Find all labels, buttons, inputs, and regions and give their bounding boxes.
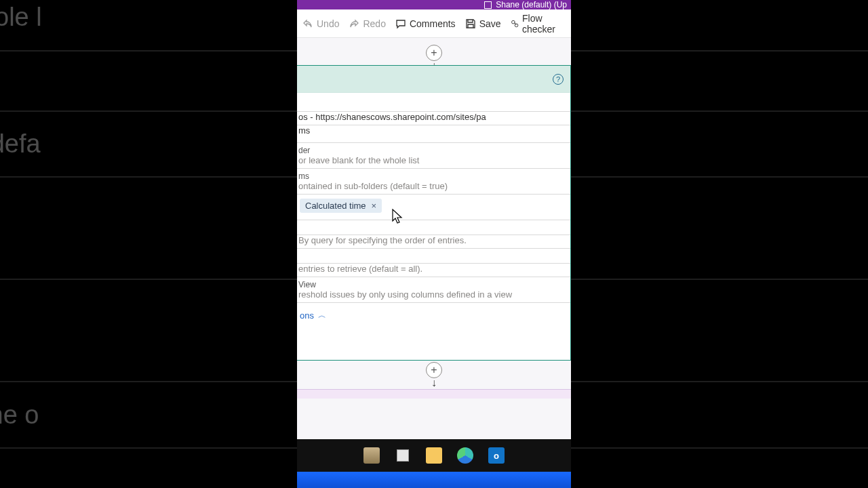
advanced-options-toggle[interactable]: ons ︿ [297,303,570,328]
close-icon[interactable]: × [372,201,377,211]
site-address-field[interactable]: os - https://shanescows.sharepoint.com/s… [297,112,570,125]
help-icon[interactable]: ? [553,74,564,85]
environment-label: Shane (default) (Up [496,0,567,9]
next-action-card[interactable] [297,389,571,399]
windows-taskbar: o [297,439,571,472]
app-window: Shane (default) (Up Undo Redo Comments S… [297,0,571,488]
redo-icon [349,18,359,29]
redo-button[interactable]: Redo [349,18,385,29]
plus-icon[interactable]: + [426,45,442,61]
environment-icon [484,1,492,9]
limit-columns-field[interactable]: reshold issues by only using columns def… [297,289,570,302]
filter-query-chip[interactable]: Calculated time × [300,199,382,213]
action-card[interactable]: ? os - https://shanescows.sharepoint.com… [297,65,571,361]
bg-text: By query for specifying the o [0,401,39,430]
comment-icon [395,18,406,29]
add-step-bottom[interactable]: + ↓ [426,362,442,389]
chevron-up-icon: ︿ [318,310,326,321]
bg-text: ontained in sub-folders (defa [0,129,41,159]
flow-canvas[interactable]: + ↓ ? os - https://shanescows.sharepoint… [297,38,571,439]
taskbar-app-2[interactable] [395,447,411,464]
card-header[interactable]: ? [297,66,570,93]
list-name-field[interactable]: ms [297,125,570,138]
orderby-field[interactable]: By query for specifying the order of ent… [297,235,570,248]
flow-checker-button[interactable]: Flow checker [511,13,566,35]
environment-picker[interactable]: Shane (default) (Up [484,0,567,9]
bg-text: or leave blank for the whole l [0,3,42,32]
undo-icon [302,18,313,29]
titlebar: Shane (default) (Up [297,0,571,9]
edge-browser-icon[interactable] [457,447,473,464]
toolbar: Undo Redo Comments Save Flow checker [297,9,571,38]
flow-checker-icon [511,18,519,29]
view-label: View [297,277,570,289]
top-count-field[interactable]: entries to retrieve (default = all). [297,264,570,277]
nested-items-field[interactable]: ontained in sub-folders (default = true) [297,181,570,194]
folder-label: der [297,143,570,155]
arrow-down-icon: ↓ [431,377,437,389]
outlook-icon[interactable]: o [488,447,505,464]
nested-label: ms [297,169,570,181]
file-explorer-icon[interactable] [426,447,442,464]
comments-button[interactable]: Comments [395,18,456,29]
bottom-brand-bar [297,472,571,488]
save-icon [465,18,476,29]
save-button[interactable]: Save [465,18,501,29]
folder-field[interactable]: or leave blank for the whole list [297,155,570,168]
plus-icon[interactable]: + [426,362,442,378]
chip-label: Calculated time [305,201,366,211]
taskbar-app-1[interactable] [363,447,380,464]
undo-button[interactable]: Undo [302,18,339,29]
